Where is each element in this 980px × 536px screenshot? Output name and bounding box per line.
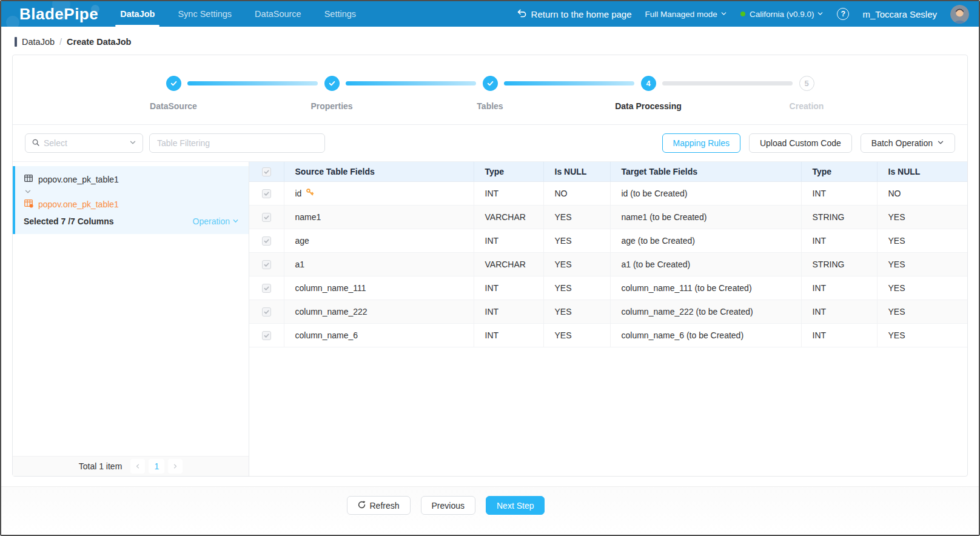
step-check-icon bbox=[324, 76, 340, 91]
pagination-prev-icon[interactable] bbox=[130, 459, 145, 474]
pagination-next-icon[interactable] bbox=[168, 459, 183, 474]
mode-selector[interactable]: Full Managed mode bbox=[645, 10, 727, 19]
upload-custom-code-button[interactable]: Upload Custom Code bbox=[749, 133, 852, 153]
batch-operation-button[interactable]: Batch Operation bbox=[861, 133, 955, 153]
table-list-item-selected[interactable]: popov.one_pk_table1 popov.one_pk_table1 … bbox=[13, 166, 249, 234]
next-step-button[interactable]: Next Step bbox=[486, 496, 545, 515]
refresh-button[interactable]: Refresh bbox=[347, 496, 411, 515]
nav-item-datasource[interactable]: DataSource bbox=[253, 1, 303, 27]
row-checkbox[interactable] bbox=[262, 236, 271, 246]
source-type-cell: INT bbox=[474, 300, 543, 323]
table-header-row: Source Table Fields Type Is NULL Target … bbox=[249, 162, 967, 181]
breadcrumb: DataJob / Create DataJob bbox=[1, 27, 979, 55]
table-toolbar: Select Mapping Rules Upload Custom Code … bbox=[13, 125, 967, 161]
row-checkbox[interactable] bbox=[262, 260, 271, 269]
step-creation: 5 Creation bbox=[761, 76, 852, 111]
source-null-cell: YES bbox=[543, 229, 610, 252]
step-number: 5 bbox=[799, 76, 814, 91]
table-row: id INT NO id (to be Created) INT NO bbox=[249, 181, 967, 205]
selected-columns-summary: Selected 7 /7 Columns bbox=[24, 216, 114, 226]
step-check-icon bbox=[166, 76, 181, 91]
previous-button[interactable]: Previous bbox=[421, 496, 475, 515]
nav-item-sync-settings[interactable]: Sync Settings bbox=[176, 1, 233, 27]
source-field-name: id bbox=[295, 189, 302, 198]
tree-expander-chevron-icon[interactable] bbox=[24, 188, 239, 195]
navbar-right: Return to the home page Full Managed mod… bbox=[517, 1, 969, 27]
breadcrumb-accent-bar bbox=[15, 37, 17, 47]
region-label: California (v0.9.0) bbox=[750, 10, 814, 19]
target-type-cell: STRING bbox=[801, 252, 877, 276]
target-null-cell: YES bbox=[877, 229, 967, 252]
source-type-cell: INT bbox=[474, 181, 543, 205]
navbar-left: BladePipe DataJob Sync Settings DataSour… bbox=[1, 1, 357, 27]
status-dot-icon bbox=[740, 12, 745, 16]
row-checkbox[interactable] bbox=[262, 189, 271, 198]
target-field-cell: a1 (to be Created) bbox=[610, 252, 801, 276]
field-mapping-table: Source Table Fields Type Is NULL Target … bbox=[249, 162, 967, 347]
step-label: Tables bbox=[477, 101, 503, 111]
stepper: DataSource Properties Tables 4 Data Proc… bbox=[13, 55, 967, 125]
table-icon bbox=[24, 173, 33, 185]
target-type-cell: INT bbox=[801, 229, 877, 252]
step-label: Creation bbox=[790, 101, 824, 111]
table-filter-input[interactable] bbox=[149, 133, 325, 153]
step-number: 4 bbox=[641, 76, 656, 91]
target-null-cell: YES bbox=[877, 205, 967, 229]
operation-label: Operation bbox=[193, 216, 230, 226]
mapping-rules-button[interactable]: Mapping Rules bbox=[662, 133, 740, 153]
username-label[interactable]: m_Toccara Sesley bbox=[862, 9, 937, 19]
target-table-row[interactable]: popov.one_pk_table1 bbox=[24, 198, 239, 210]
nav-item-datajob[interactable]: DataJob bbox=[119, 1, 156, 27]
target-null-cell: YES bbox=[877, 276, 967, 300]
breadcrumb-current: Create DataJob bbox=[67, 37, 131, 47]
target-field-cell: column_name_6 (to be Created) bbox=[610, 323, 801, 347]
pagination-page-1[interactable]: 1 bbox=[149, 459, 164, 474]
operation-dropdown[interactable]: Operation bbox=[193, 216, 239, 226]
source-null-cell: YES bbox=[543, 276, 610, 300]
header-source-type: Type bbox=[474, 162, 543, 181]
breadcrumb-separator: / bbox=[59, 37, 62, 47]
table-row: name1 VARCHAR YES name1 (to be Created) … bbox=[249, 205, 967, 229]
refresh-icon bbox=[358, 501, 366, 511]
source-type-cell: INT bbox=[474, 276, 543, 300]
target-table-icon bbox=[24, 198, 33, 210]
select-dropdown[interactable]: Select bbox=[25, 133, 143, 153]
main-nav: DataJob Sync Settings DataSource Setting… bbox=[119, 1, 357, 27]
target-type-cell: INT bbox=[801, 323, 877, 347]
row-checkbox[interactable] bbox=[262, 284, 271, 293]
search-icon bbox=[32, 138, 40, 149]
return-home-link[interactable]: Return to the home page bbox=[517, 8, 632, 20]
target-field-cell: name1 (to be Created) bbox=[610, 205, 801, 229]
panel-pagination: Total 1 item 1 bbox=[13, 456, 249, 476]
source-type-cell: INT bbox=[474, 229, 543, 252]
return-icon bbox=[517, 8, 527, 20]
breadcrumb-parent[interactable]: DataJob bbox=[22, 37, 55, 47]
select-all-checkbox[interactable] bbox=[262, 167, 271, 176]
row-checkbox[interactable] bbox=[262, 331, 271, 340]
target-null-cell: YES bbox=[877, 323, 967, 347]
table-row: a1 VARCHAR YES a1 (to be Created) STRING… bbox=[249, 252, 967, 276]
header-target-type: Type bbox=[801, 162, 877, 181]
chevron-down-icon bbox=[232, 216, 239, 226]
source-type-cell: INT bbox=[474, 323, 543, 347]
row-checkbox[interactable] bbox=[262, 213, 271, 222]
source-table-row[interactable]: popov.one_pk_table1 bbox=[24, 173, 239, 185]
target-type-cell: INT bbox=[801, 276, 877, 300]
nav-item-settings[interactable]: Settings bbox=[323, 1, 357, 27]
row-checkbox[interactable] bbox=[262, 307, 271, 317]
avatar[interactable] bbox=[950, 5, 969, 24]
header-source-null: Is NULL bbox=[543, 162, 610, 181]
wizard-footer: Refresh Previous Next Step bbox=[1, 486, 979, 535]
header-target-fields: Target Table Fields bbox=[610, 162, 801, 181]
batch-operation-label: Batch Operation bbox=[871, 138, 933, 148]
source-table-name: popov.one_pk_table1 bbox=[38, 175, 119, 184]
table-list-panel: popov.one_pk_table1 popov.one_pk_table1 … bbox=[13, 162, 249, 476]
target-field-cell: column_name_222 (to be Created) bbox=[610, 300, 801, 323]
source-field-name: a1 bbox=[284, 252, 474, 276]
table-row: column_name_111 INT YES column_name_111 … bbox=[249, 276, 967, 300]
target-null-cell: YES bbox=[877, 300, 967, 323]
primary-key-icon bbox=[306, 188, 314, 198]
select-placeholder: Select bbox=[44, 138, 126, 148]
help-icon[interactable]: ? bbox=[837, 8, 849, 20]
region-selector[interactable]: California (v0.9.0) bbox=[740, 10, 824, 19]
